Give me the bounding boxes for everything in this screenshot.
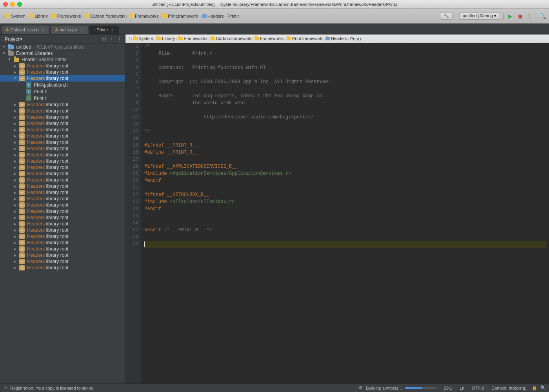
tree-item-print-h[interactable]: ▶ h Print.h: [0, 88, 125, 95]
tree-item-headers-20[interactable]: ▶ ≡ Headers library root: [0, 171, 125, 177]
tree-item-header-search-paths[interactable]: ▶ Header Search Paths: [0, 56, 125, 63]
tree-label-h27: Headers library root: [27, 215, 68, 220]
status-license-text: Registration: Your copy is licensed to l…: [10, 386, 93, 390]
tree-item-headers-1[interactable]: ▶ ≡ Headers library root: [0, 63, 125, 69]
tree-item-untitled[interactable]: ▶ untitled ~/CLionProjects/untitled: [0, 44, 125, 50]
tree-item-headers-14[interactable]: ▶ ≡ Headers library root: [0, 133, 125, 139]
window-controls[interactable]: [3, 2, 22, 7]
tab-cmakelists[interactable]: A CMakeLists.txt ×: [2, 25, 50, 34]
tree-item-headers-10[interactable]: ▶ ≡ Headers library root: [0, 108, 125, 114]
tab-close-maincpp[interactable]: ×: [78, 27, 84, 33]
path-frameworks[interactable]: Frameworks: [178, 36, 207, 41]
scheme-selector[interactable]: untitled | Debug ▾: [459, 12, 500, 20]
breadcrumb-item-print-r[interactable]: Print.r: [227, 14, 239, 18]
line-num-18: 18: [125, 163, 138, 170]
tree-item-headers-23[interactable]: ▶ ≡ Headers library root: [0, 189, 125, 196]
build-button[interactable]: 🔨: [440, 12, 453, 20]
path-print-r-file[interactable]: Print.r: [350, 36, 362, 41]
breadcrumb-item-system[interactable]: System: [5, 14, 25, 18]
line-num-21: 21: [125, 184, 138, 191]
sidebar-settings-btn[interactable]: ⚙: [101, 36, 107, 42]
tree-item-headers-24[interactable]: ▶ ≡ Headers library root: [0, 196, 125, 202]
tree-item-headers-27[interactable]: ▶ ≡ Headers library root: [0, 214, 125, 221]
tree-item-headers-28[interactable]: ▶ ≡ Headers library root: [0, 221, 125, 227]
editor: / › System › Library › Frameworks › Carb…: [125, 34, 549, 383]
status-context: Context: Indexing...: [491, 386, 529, 390]
tree-item-headers-22[interactable]: ▶ ≡ Headers library root: [0, 183, 125, 189]
headers-icon-25: ≡: [19, 202, 25, 208]
tree-item-headers-35[interactable]: ▶ ≡ Headers library root: [0, 265, 125, 271]
breadcrumb-item-frameworks[interactable]: Frameworks: [52, 14, 81, 18]
tree-item-headers-19[interactable]: ▶ ≡ Headers library root: [0, 164, 125, 171]
tree-item-headers-18[interactable]: ▶ ≡ Headers library root: [0, 158, 125, 164]
sidebar-options-btn[interactable]: ⋮: [116, 36, 123, 42]
tree-item-headers-26[interactable]: ▶ ≡ Headers library root: [0, 208, 125, 214]
code-line-21: [144, 184, 546, 191]
breadcrumb-item-frameworks2[interactable]: Frameworks: [129, 14, 159, 18]
tree-label-h26: Headers library root: [27, 209, 68, 214]
tree-label-headers-3: Headers library root: [27, 76, 68, 81]
breadcrumb-item-headers[interactable]: Headers: [202, 14, 224, 18]
tree-label-h31: Headers library root: [27, 240, 68, 245]
project-dropdown[interactable]: Project ▾: [2, 36, 25, 43]
tree-arrow-h20: ▶: [13, 171, 18, 176]
tab-print-r[interactable]: r Print.r ×: [89, 25, 119, 34]
minimize-button[interactable]: [10, 2, 15, 7]
tree-arrow-h28: ▶: [13, 221, 18, 227]
breadcrumb-item-carbon[interactable]: Carbon.framework: [85, 14, 125, 18]
breadcrumb-item-print-framework[interactable]: Print.framework: [162, 14, 198, 18]
tree-item-headers-15[interactable]: ▶ ≡ Headers library root: [0, 139, 125, 145]
tree-item-headers-29[interactable]: ▶ ≡ Headers library root: [0, 227, 125, 233]
tree-item-headers-9[interactable]: ▶ ≡ Headers library root: [0, 102, 125, 108]
tree-item-headers-11[interactable]: ▶ ≡ Headers library root: [0, 114, 125, 120]
tree-item-external-libraries[interactable]: ▶ External Libraries: [0, 50, 125, 56]
maximize-button[interactable]: [17, 2, 22, 7]
breadcrumb-item-library[interactable]: Library: [29, 14, 48, 18]
tree-item-headers-30[interactable]: ▶ ≡ Headers library root: [0, 233, 125, 240]
tree-item-headers-25[interactable]: ▶ ≡ Headers library root: [0, 202, 125, 208]
path-print-framework[interactable]: Print.framework: [287, 36, 322, 41]
close-button[interactable]: [3, 2, 8, 7]
path-library[interactable]: Library: [156, 36, 175, 41]
tree-item-headers-17[interactable]: ▶ ≡ Headers library root: [0, 152, 125, 158]
tree-item-headers-32[interactable]: ▶ ≡ Headers library root: [0, 246, 125, 252]
tree-item-headers-33[interactable]: ▶ ≡ Headers library root: [0, 252, 125, 258]
tree-arrow-h23: ▶: [13, 190, 18, 195]
tree-item-headers-34[interactable]: ▶ ≡ Headers library root: [0, 258, 125, 265]
line-num-13: 13: [125, 128, 138, 135]
stop-button[interactable]: ◼: [516, 12, 524, 20]
tree-item-headers-16[interactable]: ▶ ≡ Headers library root: [0, 145, 125, 152]
path-system[interactable]: System: [133, 36, 153, 41]
code-area[interactable]: /* File: Print.r Contains: Printing func…: [141, 43, 549, 383]
line-num-15: 15: [125, 142, 138, 149]
tree-item-headers-13[interactable]: ▶ ≡ Headers library root: [0, 127, 125, 133]
search-icon[interactable]: 🔍: [539, 13, 546, 19]
sidebar-add-btn[interactable]: +: [109, 36, 115, 42]
tree-item-headers-2[interactable]: ▶ ≡ Headers library root: [0, 69, 125, 75]
run-button[interactable]: ▶: [507, 12, 514, 20]
step-over-button[interactable]: ⤵: [527, 12, 533, 20]
tab-close-cmakelists[interactable]: ×: [40, 27, 45, 33]
tree-label-h19: Headers library root: [27, 165, 68, 170]
tree-item-headers-31[interactable]: ▶ ≡ Headers library root: [0, 240, 125, 246]
toolbar-separator-2: [503, 12, 504, 20]
path-headers-dir[interactable]: Headers: [325, 36, 347, 41]
tree-item-pmapplication-h[interactable]: ▶ h PMApplication.h: [0, 82, 125, 88]
line-num-11: 11: [125, 114, 138, 121]
tree-item-print-r-file[interactable]: ▶ r Print.r: [0, 95, 125, 102]
tree-label-h14: Headers library root: [27, 133, 68, 139]
path-frameworks2[interactable]: Frameworks: [255, 36, 284, 41]
path-carbon[interactable]: Carbon.framework: [211, 36, 251, 41]
tree-item-headers-21[interactable]: ▶ ≡ Headers library root: [0, 177, 125, 183]
headers-icon-23: ≡: [19, 190, 25, 195]
tab-close-print-r[interactable]: ×: [109, 27, 115, 33]
tree-item-headers-3-selected[interactable]: ▶ ≡ Headers library root: [0, 75, 125, 82]
headers-icon-34: ≡: [19, 259, 25, 264]
status-search-icon[interactable]: 🔍: [540, 385, 546, 390]
code-line-9: the World Wide Web:: [144, 100, 546, 107]
tree-item-headers-12[interactable]: ▶ ≡ Headers library root: [0, 120, 125, 127]
code-line-13: */: [144, 128, 546, 135]
tree-label-h13: Headers library root: [27, 127, 68, 132]
line-num-6: 6: [125, 78, 138, 85]
tab-maincpp[interactable]: A main.cpp ×: [51, 25, 88, 34]
